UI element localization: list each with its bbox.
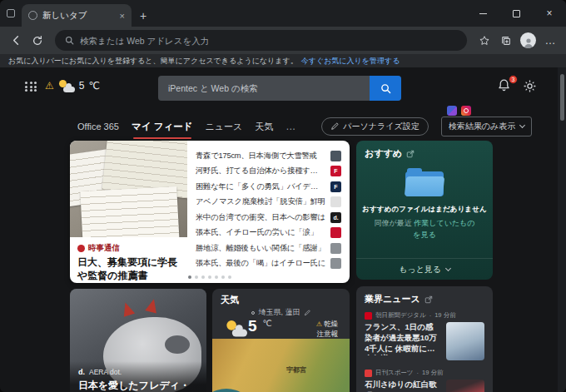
news-item[interactable]: 日刊スポーツ · 19 分前 石川さゆりの紅白歌唱シーンにKREVA、MIYAV… <box>356 366 493 392</box>
weather-unit: ℃ <box>263 319 272 328</box>
news-source-favicon <box>330 258 341 269</box>
weather-location-name: 埼玉県, 蓮田 <box>258 307 300 318</box>
refresh-button[interactable] <box>30 33 45 48</box>
article-source-name: 時事通信 <box>88 243 120 254</box>
news-thumbnail <box>446 322 484 360</box>
red-horn-shape <box>120 300 135 317</box>
news-headline: 河野氏、打てる自治体から接種すべき <box>196 166 325 176</box>
close-icon: × <box>546 8 552 18</box>
carousel-dot[interactable] <box>221 275 225 279</box>
pencil-icon <box>330 122 339 131</box>
news-source-favicon <box>330 196 341 207</box>
close-button[interactable]: × <box>533 0 566 27</box>
minimize-button[interactable] <box>466 0 499 27</box>
page-search-button[interactable] <box>370 76 401 101</box>
chevron-down-icon <box>519 122 525 128</box>
list-item[interactable]: 青森で175cm、日本海側で大雪警戒 <box>196 148 341 163</box>
collections-button[interactable] <box>499 33 514 48</box>
tab-my-feed[interactable]: マイ フィード <box>132 121 193 133</box>
map-city-label: 宇都宮 <box>286 365 306 375</box>
page-search-box[interactable] <box>158 76 401 101</box>
address-input[interactable] <box>80 36 457 46</box>
tab-office365[interactable]: Office 365 <box>77 122 119 131</box>
weather-chip[interactable]: ⚠ 5 ℃ <box>45 77 100 94</box>
main-news-card[interactable]: 時事通信 日大、募集要項に学長や監督の推薦書 青森で175cm、日本海側で大雪警… <box>70 141 350 283</box>
favorites-bar-text: お気に入りバーにお気に入りを登録すると、簡単にアクセスできるようになります。 <box>8 56 298 67</box>
scrollbar-thumb[interactable] <box>560 74 564 121</box>
tab-weather[interactable]: 天気 <box>255 121 273 133</box>
list-item[interactable]: 困難な年に「多くの勇気」バイデン氏 F <box>196 179 341 194</box>
profile-avatar[interactable] <box>520 32 536 48</box>
news-source-name: 日刊スポーツ <box>375 369 414 377</box>
list-item[interactable]: 勝地涼、離婚後もいい関係に「感謝」 <box>196 241 341 256</box>
weather-alert[interactable]: ⚠乾燥 注意報 <box>316 319 338 340</box>
personalize-button[interactable]: パーソナライズ設定 <box>321 117 428 136</box>
new-tab-button[interactable]: + <box>132 4 155 27</box>
window-controls: × <box>466 0 566 27</box>
news-headline: 勝地涼、離婚後もいい関係に「感謝」 <box>196 243 325 254</box>
person-icon <box>522 37 535 48</box>
tab-favicon-icon <box>28 11 37 20</box>
list-item[interactable]: 河野氏、打てる自治体から接種すべき F <box>196 164 341 179</box>
article-source: d. AERA dot. <box>78 368 198 376</box>
carousel-dot[interactable] <box>195 275 198 279</box>
list-item[interactable]: 張本氏、イチロー氏の労いに「涙」 <box>196 226 341 241</box>
back-button[interactable] <box>8 33 23 48</box>
aera-dot-logo: d. <box>78 368 85 376</box>
tab-close-icon[interactable]: × <box>120 11 125 21</box>
tab-actions-button[interactable] <box>0 0 22 27</box>
settings-more-button[interactable]: … <box>543 34 558 47</box>
browser-toolbar: … <box>0 27 566 54</box>
weather-temp: 5 <box>248 318 257 334</box>
list-item[interactable]: 米中の台湾での衝突、日本への影響は d. <box>196 210 341 225</box>
carousel-dot[interactable] <box>228 275 231 279</box>
page-settings-button[interactable] <box>523 79 538 94</box>
maximize-button[interactable] <box>499 0 533 27</box>
app-launcher-icon[interactable] <box>25 82 37 92</box>
recommended-empty-title: おすすめのファイルはまだありません <box>356 205 493 215</box>
list-item[interactable]: アベノマスク廃棄検討「脱安倍」鮮明 <box>196 195 341 210</box>
edit-location-icon[interactable] <box>304 310 310 316</box>
page-search-input[interactable] <box>158 76 370 101</box>
meta-separator: · <box>429 312 432 320</box>
carousel-dot[interactable] <box>188 275 191 279</box>
news-headline: 米中の台湾での衝突、日本への影響は <box>196 212 325 223</box>
search-icon <box>65 36 74 45</box>
page-scrollbar[interactable] <box>558 67 566 392</box>
nikkan-logo-icon <box>365 370 372 377</box>
asahi-logo-icon <box>365 312 372 320</box>
news-item[interactable]: 朝日新聞デジタル · 19 分前 フランス、1日の感染者が過去最悪10万4千人に… <box>356 309 493 366</box>
weather-chip-unit: ℃ <box>88 80 99 92</box>
news-item-meta: 朝日新聞デジタル · 19 分前 <box>365 311 484 320</box>
share-icon[interactable] <box>406 150 415 158</box>
photo-article-card[interactable]: d. AERA dot. 日本を愛したフレディ・マー <box>70 289 206 392</box>
list-item[interactable]: 張本氏、最後の「喝」はイチロー氏に <box>196 256 341 271</box>
browser-tab[interactable]: 新しいタブ × <box>22 4 132 27</box>
carousel-dot[interactable] <box>215 275 218 279</box>
recent-work-link[interactable]: 作業していたものを見る <box>413 219 474 239</box>
headline-list: 青森で175cm、日本海側で大雪警戒 河野氏、打てる自治体から接種すべき F 困… <box>187 143 350 271</box>
notifications-button[interactable]: 3 <box>497 78 514 95</box>
filter-label: 検索結果のみ表示 <box>449 121 515 132</box>
manage-favorites-link[interactable]: 今すぐお気に入りを管理する <box>301 56 400 67</box>
favorites-button[interactable] <box>477 33 492 48</box>
carousel-dots <box>70 275 350 279</box>
news-headline: フランス、1日の感染者が過去最悪10万4千人に 休暇前に検査急増 <box>365 322 439 355</box>
weather-card[interactable]: 天気 埼玉県, 蓮田 5 ℃ ⚠乾燥 注意報 宇都宮 <box>212 289 350 392</box>
carousel-dot[interactable] <box>201 275 205 279</box>
weather-card-title: 天気 <box>221 294 239 306</box>
news-item-meta: 日刊スポーツ · 19 分前 <box>365 369 484 377</box>
carousel-dot[interactable] <box>208 275 211 279</box>
filter-dropdown[interactable]: 検索結果のみ表示 <box>441 117 532 136</box>
news-source-favicon: F <box>330 181 341 192</box>
main-article[interactable]: 時事通信 日大、募集要項に学長や監督の推薦書 <box>70 141 187 283</box>
news-timestamp: 19 分前 <box>434 311 455 320</box>
article-headline: 日本を愛したフレディ・マー <box>78 380 198 392</box>
address-bar[interactable] <box>55 30 467 51</box>
feed-more-icon[interactable]: … <box>285 121 296 132</box>
star-icon <box>479 35 490 47</box>
tab-news[interactable]: ニュース <box>206 121 243 133</box>
share-icon[interactable] <box>424 295 433 304</box>
see-more-button[interactable]: もっと見る <box>356 258 493 280</box>
weather-map[interactable]: 宇都宮 <box>212 339 350 392</box>
